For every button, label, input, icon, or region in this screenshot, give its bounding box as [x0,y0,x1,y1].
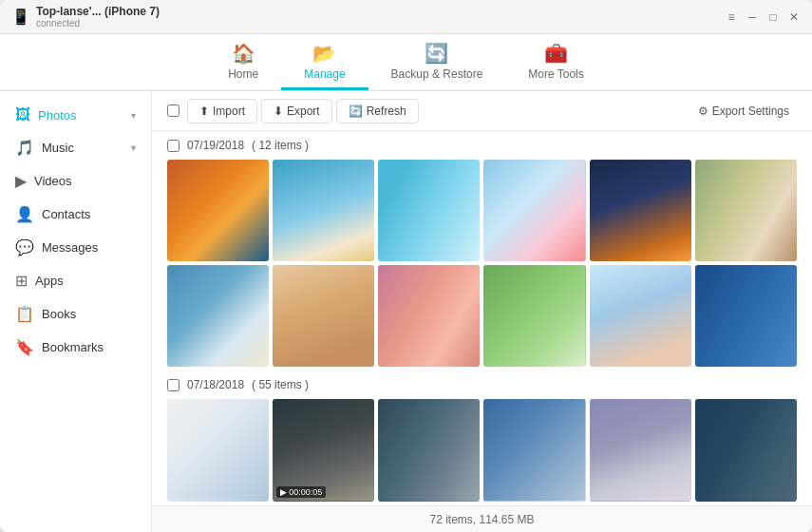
video-duration: 00:00:05 [289,487,322,497]
status-bar: 72 items, 114.65 MB [152,505,812,532]
tools-icon: 🧰 [544,42,568,65]
sidebar-music-label: Music [42,141,74,155]
contacts-icon: 👤 [15,205,34,223]
photo-item[interactable] [483,160,585,261]
date-header-2: 07/18/2018 ( 55 items ) [167,378,797,391]
content-area: ⬆ Import ⬇ Export 🔄 Refresh ⚙ Export Set… [152,91,812,532]
device-info: 📱 Top-lanse'... (iPhone 7) connected [11,5,160,28]
export-settings-button[interactable]: ⚙ Export Settings [690,100,797,123]
photo-item[interactable] [273,265,374,367]
export-settings-label: Export Settings [712,104,789,118]
settings-gear-icon: ⚙ [698,104,708,118]
toolbar: ⬆ Import ⬇ Export 🔄 Refresh ⚙ Export Set… [152,91,812,131]
photo-item[interactable] [167,399,269,501]
photo-item[interactable] [483,399,585,501]
photos-chevron-icon: ▾ [131,110,136,121]
device-status: connected [36,18,160,28]
photo-item[interactable] [378,160,480,261]
sidebar-item-contacts[interactable]: 👤 Contacts [0,198,151,231]
books-icon: 📋 [15,305,34,323]
photo-item[interactable] [273,160,374,261]
sidebar-item-books[interactable]: 📋 Books [0,297,151,331]
photo-grid-1-row2 [167,265,797,367]
tab-manage-label: Manage [304,67,345,81]
date-group-2-checkbox[interactable] [167,379,179,391]
main-content: 🖼 Photos ▾ 🎵 Music ▾ ▶ Videos 👤 Contacts… [0,91,812,532]
tab-tools-label: More Tools [528,67,583,81]
sidebar-messages-label: Messages [42,240,98,255]
date-label-1: 07/19/2018 [187,139,244,152]
refresh-icon: 🔄 [349,104,363,118]
import-button[interactable]: ⬆ Import [187,99,257,124]
photo-item[interactable] [378,265,480,367]
import-icon: ⬆ [199,104,209,118]
photo-item[interactable] [483,265,585,367]
date-count-2: ( 55 items ) [252,378,309,391]
sidebar-videos-label: Videos [34,174,72,188]
photos-icon: 🖼 [15,106,30,124]
sidebar-item-videos[interactable]: ▶ Videos [0,164,151,198]
select-all-checkbox[interactable] [167,104,179,117]
photo-item[interactable]: ▶ 00:00:05 [273,399,374,501]
export-icon: ⬇ [274,104,283,118]
tab-home-label: Home [228,67,258,81]
photo-item[interactable] [695,399,797,501]
date-group-1: 07/19/2018 ( 12 items ) [167,139,797,367]
menu-button[interactable]: ≡ [725,10,738,24]
backup-icon: 🔄 [425,42,448,65]
device-name: Top-lanse'... (iPhone 7) [36,5,160,18]
sidebar-photos-label: Photos [38,108,76,123]
photo-item[interactable] [167,160,269,261]
sidebar-books-label: Books [42,307,76,321]
export-label: Export [287,104,320,118]
sidebar-item-bookmarks[interactable]: 🔖 Bookmarks [0,331,151,364]
tab-tools[interactable]: 🧰 More Tools [505,34,606,90]
photo-item[interactable] [590,160,691,261]
import-label: Import [213,104,245,118]
sidebar-bookmarks-label: Bookmarks [42,340,104,354]
sidebar-item-photos[interactable]: 🖼 Photos ▾ [0,99,151,131]
minimize-button[interactable]: ─ [746,10,759,24]
music-icon: 🎵 [15,139,34,157]
tab-backup[interactable]: 🔄 Backup & Restore [368,34,506,90]
photo-item[interactable] [695,265,797,367]
window-controls: ≡ ─ □ ✕ [725,10,801,24]
videos-icon: ▶ [15,172,27,190]
photo-item[interactable] [590,399,691,501]
home-icon: 🏠 [232,42,255,65]
date-group-2: 07/18/2018 ( 55 items ) ▶ 00:00:05 [167,378,797,505]
tab-backup-label: Backup & Restore [391,67,483,81]
music-chevron-icon: ▾ [131,142,136,153]
sidebar-contacts-label: Contacts [42,207,90,221]
sidebar-item-messages[interactable]: 💬 Messages [0,231,151,264]
date-header-1: 07/19/2018 ( 12 items ) [167,139,797,152]
close-button[interactable]: ✕ [787,10,801,24]
video-play-icon: ▶ [280,487,287,497]
date-count-1: ( 12 items ) [252,139,309,152]
tab-manage[interactable]: 📂 Manage [281,34,368,90]
manage-icon: 📂 [312,42,336,65]
refresh-label: Refresh [367,104,406,118]
messages-icon: 💬 [15,238,34,256]
title-bar: 📱 Top-lanse'... (iPhone 7) connected ≡ ─… [0,0,812,34]
video-badge: ▶ 00:00:05 [276,486,326,498]
maximize-button[interactable]: □ [766,10,780,24]
sidebar-item-music[interactable]: 🎵 Music ▾ [0,131,151,164]
tab-home[interactable]: 🏠 Home [205,34,281,90]
export-button[interactable]: ⬇ Export [261,99,332,124]
photos-area[interactable]: 07/19/2018 ( 12 items ) [152,131,812,505]
photo-grid-1-row1 [167,160,797,261]
photo-item[interactable] [378,399,480,501]
photo-item[interactable] [695,160,797,261]
apps-icon: ⊞ [15,272,28,290]
nav-tabs: 🏠 Home 📂 Manage 🔄 Backup & Restore 🧰 Mor… [0,34,812,91]
date-group-1-checkbox[interactable] [167,140,179,152]
date-label-2: 07/18/2018 [187,378,244,391]
refresh-button[interactable]: 🔄 Refresh [336,99,419,124]
photo-grid-2-row1: ▶ 00:00:05 [167,399,797,501]
photo-item[interactable] [590,265,691,367]
photo-item[interactable] [167,265,269,367]
sidebar: 🖼 Photos ▾ 🎵 Music ▾ ▶ Videos 👤 Contacts… [0,91,152,532]
sidebar-item-apps[interactable]: ⊞ Apps [0,264,151,297]
sidebar-apps-label: Apps [35,274,64,288]
